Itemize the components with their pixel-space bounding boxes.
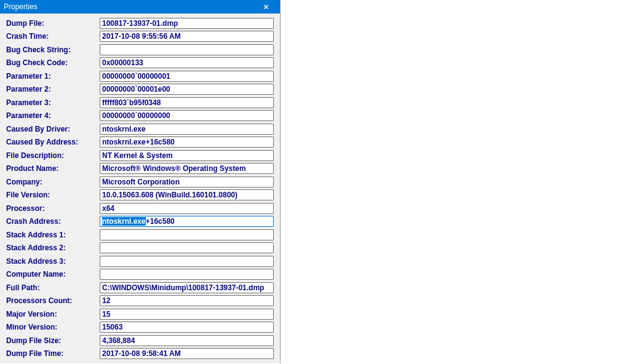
label-dump-time: Dump File Time:	[6, 350, 100, 357]
row-stack2: Stack Address 2:	[6, 242, 274, 254]
crash-addr-rest: +16c580	[146, 217, 175, 226]
label-computer-name: Computer Name:	[6, 271, 100, 278]
value-proc-count[interactable]: 12	[100, 295, 274, 306]
row-bug-check-code: Bug Check Code: 0x00000133	[6, 57, 274, 69]
row-full-path: Full Path: C:\WINDOWS\Minidump\100817-13…	[6, 282, 274, 293]
value-param2[interactable]: 00000000`00001e00	[100, 84, 274, 95]
value-company[interactable]: Microsoft Corporation	[100, 176, 274, 188]
row-param1: Parameter 1: 00000000`00000001	[6, 70, 274, 82]
value-stack3[interactable]	[100, 256, 274, 267]
value-caused-by-driver[interactable]: ntoskrnl.exe	[100, 124, 274, 135]
value-computer-name[interactable]	[100, 269, 274, 280]
label-param1: Parameter 1:	[6, 73, 100, 80]
row-caused-by-driver: Caused By Driver: ntoskrnl.exe	[6, 123, 274, 135]
properties-window: Properties ✕ Dump File: 100817-13937-01.…	[0, 0, 281, 363]
row-crash-time: Crash Time: 2017-10-08 9:55:56 AM	[6, 31, 274, 42]
label-file-version: File Version:	[6, 191, 100, 199]
row-company: Company: Microsoft Corporation	[6, 176, 274, 188]
label-bug-check-code: Bug Check Code:	[6, 59, 100, 66]
label-stack3: Stack Address 3:	[6, 258, 100, 265]
value-major-ver[interactable]: 15	[100, 309, 274, 320]
row-major-ver: Major Version: 15	[6, 308, 274, 320]
value-file-desc[interactable]: NT Kernel & System	[100, 150, 274, 161]
value-bug-check-code[interactable]: 0x00000133	[100, 57, 274, 68]
label-processor: Processor:	[6, 205, 100, 212]
row-param3: Parameter 3: fffff803`b95f0348	[6, 97, 274, 108]
label-stack1: Stack Address 1:	[6, 231, 100, 239]
label-caused-by-addr: Caused By Address:	[6, 138, 100, 146]
row-dump-size: Dump File Size: 4,368,884	[6, 334, 274, 346]
value-param4[interactable]: 00000000`00000000	[100, 110, 274, 121]
label-product-name: Product Name:	[6, 165, 100, 172]
row-stack1: Stack Address 1:	[6, 229, 274, 240]
row-minor-ver: Minor Version: 15063	[6, 322, 274, 333]
crash-addr-selection: ntoskrnl.exe	[102, 217, 146, 226]
value-file-version[interactable]: 10.0.15063.608 (WinBuild.160101.0800)	[100, 189, 274, 200]
row-param2: Parameter 2: 00000000`00001e00	[6, 84, 274, 95]
label-major-ver: Major Version:	[6, 311, 100, 318]
value-full-path[interactable]: C:\WINDOWS\Minidump\100817-13937-01.dmp	[100, 282, 274, 293]
label-bug-check-string: Bug Check String:	[6, 46, 100, 53]
value-caused-by-addr[interactable]: ntoskrnl.exe+16c580	[100, 136, 274, 148]
label-full-path: Full Path:	[6, 284, 100, 291]
label-proc-count: Processors Count:	[6, 297, 100, 304]
properties-content: Dump File: 100817-13937-01.dmp Crash Tim…	[0, 14, 280, 363]
value-dump-file[interactable]: 100817-13937-01.dmp	[100, 18, 274, 29]
row-product-name: Product Name: Microsoft® Windows® Operat…	[6, 163, 274, 175]
label-dump-size: Dump File Size:	[6, 337, 100, 344]
row-file-version: File Version: 10.0.15063.608 (WinBuild.1…	[6, 189, 274, 201]
label-company: Company:	[6, 178, 100, 186]
row-processor: Processor: x64	[6, 202, 274, 214]
value-stack1[interactable]	[100, 229, 274, 240]
value-minor-ver[interactable]: 15063	[100, 322, 274, 333]
close-button[interactable]: ✕	[252, 0, 280, 14]
window-title: Properties	[4, 2, 38, 11]
row-bug-check-string: Bug Check String:	[6, 44, 274, 55]
row-param4: Parameter 4: 00000000`00000000	[6, 110, 274, 122]
value-crash-time[interactable]: 2017-10-08 9:55:56 AM	[100, 31, 274, 42]
titlebar[interactable]: Properties ✕	[0, 0, 280, 14]
row-crash-addr: Crash Address: ntoskrnl.exe+16c580	[6, 216, 274, 228]
row-computer-name: Computer Name:	[6, 269, 274, 280]
value-processor[interactable]: x64	[100, 203, 274, 214]
row-caused-by-addr: Caused By Address: ntoskrnl.exe+16c580	[6, 136, 274, 148]
value-param1[interactable]: 00000000`00000001	[100, 71, 274, 82]
label-dump-file: Dump File:	[6, 20, 100, 27]
value-param3[interactable]: fffff803`b95f0348	[100, 97, 274, 108]
label-crash-addr: Crash Address:	[6, 218, 100, 225]
label-stack2: Stack Address 2:	[6, 244, 100, 251]
label-minor-ver: Minor Version:	[6, 323, 100, 331]
value-stack2[interactable]	[100, 242, 274, 253]
label-param3: Parameter 3:	[6, 99, 100, 106]
label-param4: Parameter 4:	[6, 112, 100, 119]
row-file-desc: File Description: NT Kernel & System	[6, 149, 274, 161]
close-icon: ✕	[263, 2, 269, 12]
row-proc-count: Processors Count: 12	[6, 295, 274, 307]
value-bug-check-string[interactable]	[100, 44, 274, 55]
row-dump-file: Dump File: 100817-13937-01.dmp	[6, 17, 274, 29]
value-dump-size[interactable]: 4,368,884	[100, 335, 274, 346]
row-dump-time: Dump File Time: 2017-10-08 9:58:41 AM	[6, 348, 274, 360]
row-stack3: Stack Address 3:	[6, 255, 274, 267]
label-caused-by-driver: Caused By Driver:	[6, 125, 100, 133]
value-product-name[interactable]: Microsoft® Windows® Operating System	[100, 163, 274, 174]
label-param2: Parameter 2:	[6, 85, 100, 93]
value-dump-time[interactable]: 2017-10-08 9:58:41 AM	[100, 348, 274, 359]
label-crash-time: Crash Time:	[6, 33, 100, 40]
value-crash-addr[interactable]: ntoskrnl.exe+16c580	[100, 216, 274, 227]
label-file-desc: File Description:	[6, 152, 100, 159]
